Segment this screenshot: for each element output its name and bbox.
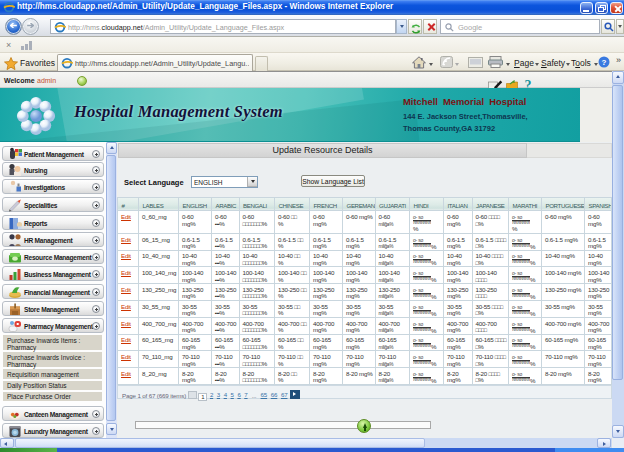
svg-text:?: ? — [602, 58, 607, 67]
